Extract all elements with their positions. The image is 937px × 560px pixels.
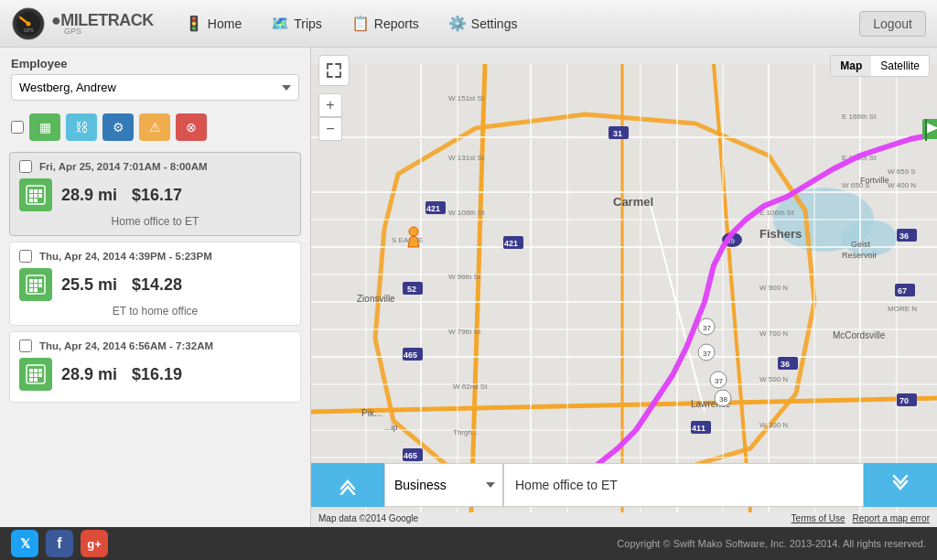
svg-rect-9 [34,194,38,198]
trip-stats: 28.9 mi $16.17 [61,186,182,205]
employee-select[interactable]: Westberg, Andrew [11,74,299,101]
terms-link[interactable]: Terms of Use [792,513,845,523]
nav: 🚦 Home 🗺️ Trips 📋 Reports ⚙️ Settings [172,9,859,38]
home-icon: 🚦 [185,15,203,32]
next-trip-button[interactable] [864,463,937,507]
icon-btn-red[interactable]: ⊗ [176,113,207,141]
svg-rect-14 [29,279,33,283]
svg-text:Carmel: Carmel [613,195,653,209]
trip-date: Thu, Apr 24, 2014 4:39PM - 5:23PM [39,251,212,262]
nav-trips-label: Trips [294,16,322,31]
nav-trips[interactable]: 🗺️ Trips [258,9,335,38]
logout-button[interactable]: Logout [859,11,926,37]
employee-label: Employee [11,57,299,70]
footer: 𝕏 f g+ Copyright © Swift Mako Software, … [0,527,937,560]
trip-type-select[interactable]: BusinessPersonal [384,463,503,507]
trip-cost: $16.17 [132,186,182,205]
report-error-link[interactable]: Report a map error [853,513,930,523]
trip-body: 28.9 mi $16.17 [19,178,291,211]
trip-miles: 25.5 mi [61,275,117,295]
trip-header: Thu, Apr 24, 2014 4:39PM - 5:23PM [19,250,291,263]
svg-text:Zionsville: Zionsville [357,294,395,304]
trip-date: Fri, Apr 25, 2014 7:01AM - 8:00AM [39,161,208,172]
svg-rect-12 [34,199,38,202]
svg-point-2 [27,21,31,26]
map-type-satellite-button[interactable]: Satellite [871,56,929,76]
trip-miles: 28.9 mi [61,186,117,205]
svg-text:37: 37 [703,350,711,358]
zoom-out-button[interactable]: − [318,117,342,141]
icon-btn-teal[interactable]: ⛓ [66,113,97,141]
svg-text:W 79th St: W 79th St [448,328,481,336]
trip-name-display: Home office to ET [503,463,864,507]
svg-rect-20 [29,288,33,292]
map-svg: Carmel Fishers Zionsville Pik... ...ip S… [311,48,937,527]
svg-text:W 151st St: W 151st St [448,94,485,102]
trip-name: Home office to ET [19,215,291,228]
trip-icon [19,268,52,301]
facebook-button[interactable]: f [46,530,73,557]
svg-rect-28 [38,373,42,377]
svg-rect-8 [29,194,33,198]
logo-area: GPS ●MILETRACK GPS [11,6,154,41]
googleplus-button[interactable]: g+ [81,530,108,557]
svg-text:Geist: Geist [851,240,871,249]
trip-miles: 28.9 mi [61,365,117,384]
icon-btn-blue[interactable]: ⚙ [102,113,134,141]
svg-rect-15 [34,279,38,283]
trip-date: Thu, Apr 24, 2014 6:56AM - 7:32AM [39,340,213,351]
svg-text:E 166th St: E 166th St [842,113,877,121]
map-attribution: Map data ©2014 Google Terms of Use Repor… [311,513,937,523]
svg-rect-29 [29,378,33,382]
twitter-button[interactable]: 𝕏 [11,530,38,557]
trip-item[interactable]: Fri, Apr 25, 2014 7:01AM - 8:00AM 28.9 m… [9,152,301,236]
svg-text:W 900 N: W 900 N [759,284,788,292]
header: GPS ●MILETRACK GPS 🚦 Home 🗺️ Trips 📋 Rep… [0,0,937,48]
icon-btn-green[interactable]: ▦ [29,113,60,141]
svg-text:465: 465 [404,451,417,460]
svg-text:70: 70 [899,396,909,405]
chevron-up-icon [338,475,358,495]
map-placeholder: Carmel Fishers Zionsville Pik... ...ip S… [311,48,937,527]
svg-rect-24 [34,369,38,372]
prev-trip-button[interactable] [311,463,384,507]
trip-checkbox[interactable] [19,250,32,263]
zoom-in-button[interactable]: + [318,93,342,117]
svg-text:GPS: GPS [24,27,34,33]
map-bottom-bar: BusinessPersonal Home office to ET [311,463,937,507]
trip-item[interactable]: Thu, Apr 24, 2014 4:39PM - 5:23PM 25.5 m… [9,242,301,326]
trip-stats: 28.9 mi $16.19 [61,365,182,384]
svg-point-134 [409,227,418,236]
svg-text:W 400 N: W 400 N [888,181,916,189]
chevron-down-icon [890,475,910,495]
icon-btn-orange[interactable]: ⚠ [139,113,170,141]
icon-toolbar: ▦ ⛓ ⚙ ⚠ ⊗ [0,108,310,146]
main: Employee Westberg, Andrew ▦ ⛓ ⚙ ⚠ ⊗ Fri,… [0,48,937,527]
expand-button[interactable] [318,55,350,86]
zoom-controls: + − [318,93,342,141]
svg-text:W 96th St: W 96th St [448,273,481,281]
trip-checkbox[interactable] [19,160,32,173]
svg-text:E 106th St: E 106th St [759,209,794,217]
svg-text:38: 38 [719,395,727,404]
svg-rect-17 [29,284,33,287]
svg-text:W 300 N: W 300 N [759,421,788,429]
select-all-checkbox[interactable] [11,121,24,134]
logo-brand: ●MILETRACK GPS [51,11,154,36]
svg-text:411: 411 [692,424,705,433]
trip-item[interactable]: Thu, Apr 24, 2014 6:56AM - 7:32AM 28.9 m… [9,331,301,403]
map-data-label: Map data ©2014 Google [318,513,418,523]
nav-home-label: Home [208,16,242,31]
trip-stats: 25.5 mi $14.28 [61,275,182,295]
nav-settings[interactable]: ⚙️ Settings [436,9,531,38]
trip-header: Thu, Apr 24, 2014 6:56AM - 7:32AM [19,339,291,352]
nav-home[interactable]: 🚦 Home [172,9,254,38]
map-type-map-button[interactable]: Map [831,56,871,76]
reports-icon: 📋 [351,15,370,32]
svg-rect-6 [34,189,38,193]
map-type-control: Map Satellite [830,55,930,77]
trip-checkbox[interactable] [19,339,32,352]
nav-reports[interactable]: 📋 Reports [339,9,432,38]
svg-text:W 500 N: W 500 N [759,375,788,383]
facebook-icon: f [57,535,61,552]
